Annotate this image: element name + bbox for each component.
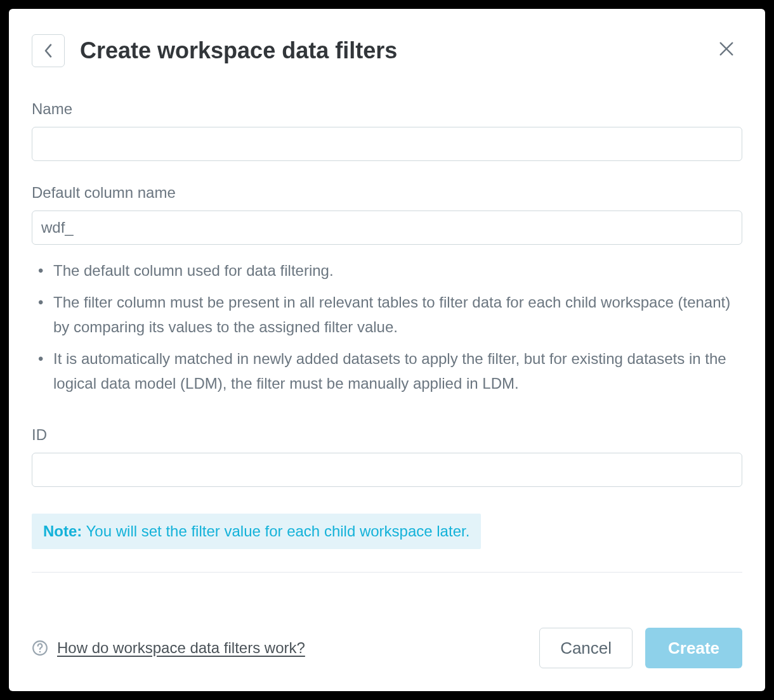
note-text: You will set the filter value for each c…	[82, 522, 469, 540]
dialog-header: Create workspace data filters	[32, 34, 742, 67]
close-icon	[718, 40, 735, 58]
id-field-group: ID	[32, 426, 742, 487]
create-button[interactable]: Create	[645, 628, 742, 668]
helper-item: The filter column must be present in all…	[32, 290, 742, 339]
close-button[interactable]	[716, 38, 737, 60]
helper-item: It is automatically matched in newly add…	[32, 347, 742, 396]
note-label: Note:	[43, 522, 82, 540]
column-name-helpers: The default column used for data filteri…	[32, 259, 742, 396]
chevron-left-icon	[44, 43, 53, 58]
name-field-group: Name	[32, 100, 742, 161]
cancel-button[interactable]: Cancel	[539, 628, 633, 668]
divider	[32, 572, 742, 573]
dialog-footer: How do workspace data filters work? Canc…	[32, 609, 742, 668]
svg-point-1	[39, 651, 41, 653]
help-link[interactable]: How do workspace data filters work?	[32, 639, 305, 657]
id-input[interactable]	[32, 453, 742, 487]
back-button[interactable]	[32, 34, 65, 67]
help-link-text: How do workspace data filters work?	[57, 639, 305, 657]
column-name-input[interactable]	[32, 211, 742, 245]
note-box: Note: You will set the filter value for …	[32, 514, 481, 549]
name-input[interactable]	[32, 127, 742, 161]
column-name-field-group: Default column name The default column u…	[32, 184, 742, 403]
note-container: Note: You will set the filter value for …	[32, 510, 742, 549]
create-workspace-filters-dialog: Create workspace data filters Name Defau…	[9, 9, 765, 691]
name-label: Name	[32, 100, 742, 118]
column-name-label: Default column name	[32, 184, 742, 202]
dialog-title: Create workspace data filters	[80, 37, 397, 64]
id-label: ID	[32, 426, 742, 444]
help-icon	[32, 640, 48, 656]
footer-buttons: Cancel Create	[539, 628, 742, 668]
helper-item: The default column used for data filteri…	[32, 259, 742, 283]
